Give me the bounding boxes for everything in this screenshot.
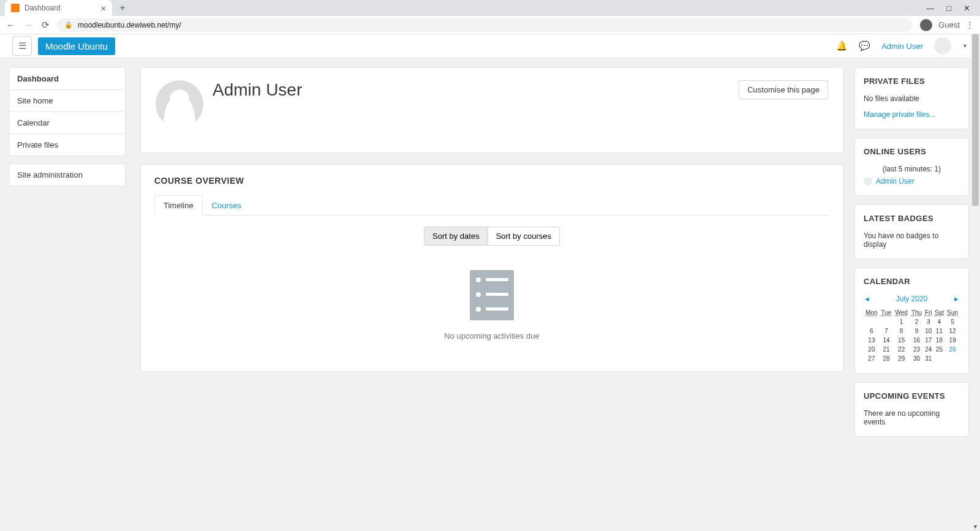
- sidebar-item-private-files[interactable]: Private files: [10, 134, 125, 156]
- minimize-icon[interactable]: —: [926, 4, 934, 13]
- guest-label: Guest: [938, 20, 960, 29]
- manage-private-files-link[interactable]: Manage private files...: [864, 110, 960, 119]
- calendar-day-cell[interactable]: 15: [893, 336, 910, 345]
- calendar-day-cell[interactable]: 8: [893, 326, 910, 336]
- messages-icon[interactable]: 💬: [859, 40, 870, 51]
- calendar-day-cell[interactable]: 23: [910, 345, 924, 354]
- calendar-table: MonTueWedThuFriSatSun 123456789101112131…: [864, 308, 960, 363]
- calendar-day-cell[interactable]: 24: [924, 345, 933, 354]
- user-large-avatar-icon: [156, 80, 203, 128]
- calendar-day-cell[interactable]: 12: [945, 326, 960, 336]
- reload-icon[interactable]: ⟳: [42, 20, 50, 31]
- calendar-day-header: Fri: [924, 308, 933, 317]
- calendar-day-cell[interactable]: 20: [864, 345, 880, 354]
- chevron-down-icon[interactable]: ▼: [962, 43, 968, 49]
- latest-badges-block: LATEST BADGES You have no badges to disp…: [854, 205, 969, 259]
- calendar-next-button[interactable]: ►: [953, 295, 960, 303]
- calendar-day-cell[interactable]: 25: [933, 345, 945, 354]
- calendar-day-header: Thu: [910, 308, 924, 317]
- customise-page-button[interactable]: Customise this page: [739, 80, 828, 99]
- calendar-day-cell[interactable]: 29: [893, 354, 910, 363]
- url-input[interactable]: 🔒 moodleubuntu.dewiweb.net/my/: [57, 18, 913, 32]
- calendar-day-header: Sat: [933, 308, 945, 317]
- sidebar-item-dashboard[interactable]: Dashboard: [10, 68, 125, 90]
- sidebar-item-calendar[interactable]: Calendar: [10, 112, 125, 134]
- close-window-icon[interactable]: ✕: [963, 4, 970, 13]
- tab-timeline[interactable]: Timeline: [154, 195, 203, 216]
- latest-badges-title: LATEST BADGES: [864, 214, 960, 223]
- tab-courses[interactable]: Courses: [203, 195, 251, 216]
- user-avatar-icon[interactable]: [934, 37, 951, 55]
- sidebar-nav-block: DashboardSite homeCalendarPrivate files: [9, 67, 126, 156]
- upcoming-events-title: UPCOMING EVENTS: [864, 391, 960, 401]
- hamburger-button[interactable]: ☰: [12, 36, 32, 56]
- empty-state: No upcoming activities due: [154, 258, 829, 353]
- calendar-day-cell[interactable]: 9: [910, 326, 924, 336]
- calendar-day-cell[interactable]: 5: [945, 317, 960, 326]
- vertical-scrollbar[interactable]: ▼: [971, 34, 980, 531]
- tab-title: Dashboard: [24, 4, 61, 12]
- calendar-day-cell[interactable]: 31: [924, 354, 933, 363]
- browser-address-bar: ← → ⟳ 🔒 moodleubuntu.dewiweb.net/my/ Gue…: [0, 16, 980, 34]
- online-user-row: Admin User: [864, 177, 960, 186]
- calendar-day-cell[interactable]: 11: [933, 326, 945, 336]
- private-files-block: PRIVATE FILES No files available Manage …: [854, 67, 969, 129]
- calendar-day-cell[interactable]: 26: [945, 345, 960, 354]
- calendar-day-cell[interactable]: 7: [880, 326, 893, 336]
- user-name-link[interactable]: Admin User: [881, 42, 923, 51]
- app-navbar: ☰ Moodle Ubuntu 🔔 💬 Admin User ▼: [0, 34, 980, 58]
- empty-state-text: No upcoming activities due: [154, 331, 829, 341]
- sort-button-sort-by-dates[interactable]: Sort by dates: [424, 227, 488, 245]
- forward-icon[interactable]: →: [24, 20, 33, 30]
- brand-label[interactable]: Moodle Ubuntu: [38, 37, 115, 55]
- calendar-day-cell[interactable]: 19: [945, 336, 960, 345]
- sidebar-item-site-home[interactable]: Site home: [10, 90, 125, 112]
- sidebar: DashboardSite homeCalendarPrivate files …: [0, 58, 126, 531]
- calendar-day-cell[interactable]: 3: [924, 317, 933, 326]
- calendar-day-header: Sun: [945, 308, 960, 317]
- browser-menu-icon[interactable]: ⋮: [966, 20, 974, 29]
- sidebar-item-site-admin[interactable]: Site administration: [10, 164, 125, 186]
- sort-button-sort-by-courses[interactable]: Sort by courses: [488, 227, 559, 245]
- calendar-day-cell[interactable]: 6: [864, 326, 880, 336]
- calendar-day-cell[interactable]: 13: [864, 336, 880, 345]
- calendar-day-cell[interactable]: 14: [880, 336, 893, 345]
- calendar-day-cell[interactable]: 10: [924, 326, 933, 336]
- calendar-day-cell[interactable]: 17: [924, 336, 933, 345]
- new-tab-button[interactable]: +: [112, 2, 133, 14]
- upcoming-events-message: There are no upcoming events: [864, 409, 960, 426]
- notifications-icon[interactable]: 🔔: [836, 40, 848, 51]
- calendar-day-cell[interactable]: 16: [910, 336, 924, 345]
- calendar-day-cell[interactable]: 2: [910, 317, 924, 326]
- scrollbar-thumb[interactable]: [972, 34, 979, 206]
- calendar-day-cell[interactable]: 27: [864, 354, 880, 363]
- empty-list-icon: [470, 270, 514, 320]
- close-tab-icon[interactable]: ×: [100, 3, 106, 13]
- scrollbar-down-icon[interactable]: ▼: [971, 524, 980, 530]
- calendar-day-cell[interactable]: 28: [880, 354, 893, 363]
- calendar-day-cell: [945, 354, 960, 363]
- latest-badges-message: You have no badges to display: [864, 232, 960, 249]
- upcoming-events-block: UPCOMING EVENTS There are no upcoming ev…: [854, 382, 969, 437]
- online-users-block: ONLINE USERS (last 5 minutes: 1) Admin U…: [854, 138, 969, 196]
- calendar-day-cell[interactable]: 21: [880, 345, 893, 354]
- calendar-day-cell[interactable]: 1: [893, 317, 910, 326]
- calendar-day-cell[interactable]: 4: [933, 317, 945, 326]
- sidebar-admin-block: Site administration: [9, 164, 126, 186]
- calendar-prev-button[interactable]: ◄: [864, 295, 870, 303]
- online-user-link[interactable]: Admin User: [876, 177, 914, 186]
- calendar-title: CALENDAR: [864, 277, 960, 286]
- course-overview-card: COURSE OVERVIEW TimelineCourses Sort by …: [140, 164, 843, 372]
- right-column: PRIVATE FILES No files available Manage …: [854, 58, 980, 531]
- calendar-day-cell[interactable]: 18: [933, 336, 945, 345]
- maximize-icon[interactable]: □: [946, 4, 951, 13]
- calendar-day-cell: [933, 354, 945, 363]
- calendar-day-cell[interactable]: 30: [910, 354, 924, 363]
- calendar-day-header: Tue: [880, 308, 893, 317]
- guest-avatar-icon[interactable]: [920, 19, 932, 31]
- calendar-month-link[interactable]: July 2020: [896, 295, 927, 303]
- calendar-day-cell[interactable]: 22: [893, 345, 910, 354]
- back-icon[interactable]: ←: [6, 20, 15, 30]
- browser-tab[interactable]: Dashboard ×: [5, 0, 112, 16]
- browser-tab-strip: Dashboard × + — □ ✕: [0, 0, 980, 16]
